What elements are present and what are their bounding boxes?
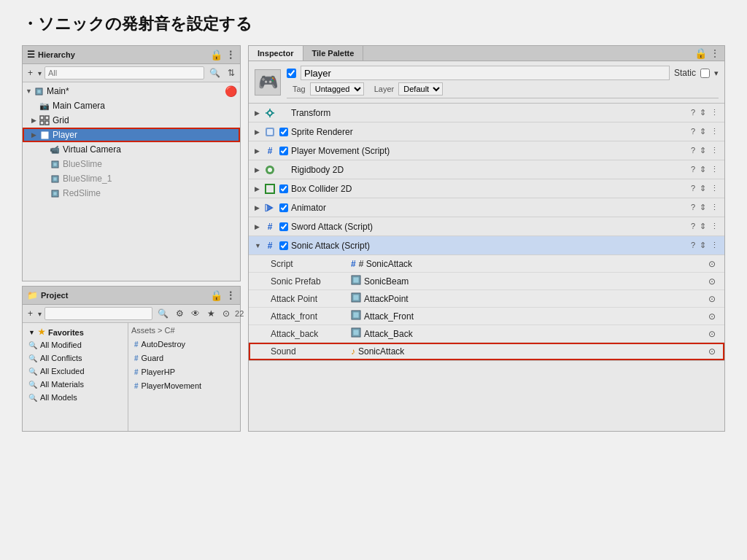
component-settings-player-movement[interactable]: ⇕ [700, 146, 706, 155]
component-arrow-transform: ▶ [255, 109, 263, 117]
component-help-sprite-renderer[interactable]: ? [691, 127, 695, 136]
component-settings-rigidbody2d[interactable]: ⇕ [700, 165, 706, 174]
tab-inspector[interactable]: Inspector [249, 46, 303, 61]
project-zoom-button[interactable]: ⊙ [220, 308, 232, 319]
project-sidebar-items: 🔍 All Modified🔍 All Conflicts🔍 All Exclu… [23, 338, 128, 404]
inspector-menu-icon[interactable]: ⋮ [710, 47, 720, 59]
component-help-player-movement[interactable]: ? [691, 146, 695, 155]
component-settings-sword-attack[interactable]: ⇕ [700, 222, 706, 231]
project-add-arrow[interactable]: ▾ [38, 310, 42, 318]
project-file-autodestroy[interactable]: # AutoDestroy [131, 338, 237, 351]
component-menu-player-movement[interactable]: ⋮ [711, 146, 719, 155]
hierarchy-add-button[interactable]: + [26, 67, 35, 79]
component-menu-box-collider[interactable]: ⋮ [711, 184, 719, 193]
tree-item-blueslime1[interactable]: BlueSlime_1 [23, 171, 240, 186]
player-name-input[interactable] [301, 66, 670, 80]
project-search-button[interactable]: 🔍 [155, 308, 171, 319]
component-checkbox-sword-attack[interactable] [279, 222, 288, 231]
sonic-circle-btn-attack-point[interactable]: ⊙ [708, 294, 716, 304]
component-checkbox-animator[interactable] [279, 203, 288, 212]
player-active-checkbox[interactable] [287, 69, 296, 78]
component-settings-sprite-renderer[interactable]: ⇕ [700, 127, 706, 136]
layer-select[interactable]: Default [398, 82, 443, 96]
tree-item-main[interactable]: ▼Main*🔴 [23, 84, 240, 98]
static-checkbox[interactable] [700, 69, 710, 78]
sonic-prefab-icon [351, 327, 361, 338]
tree-item-redslime[interactable]: RedSlime [23, 186, 240, 201]
project-file-playermovement[interactable]: # PlayerMovement [131, 379, 237, 392]
sonic-circle-btn-attack-back[interactable]: ⊙ [708, 329, 716, 339]
tree-item-blueslime[interactable]: BlueSlime [23, 157, 240, 171]
hierarchy-menu-icon[interactable]: ⋮ [225, 49, 236, 61]
project-sidebar-item-allmodels[interactable]: 🔍 All Models [23, 391, 128, 404]
component-row-sprite-renderer[interactable]: ▶ Sprite Renderer ? ⇕ ⋮ [249, 122, 724, 141]
component-help-box-collider[interactable]: ? [691, 184, 695, 193]
component-menu-animator[interactable]: ⋮ [711, 203, 719, 212]
tree-item-grid[interactable]: ▶Grid [23, 113, 240, 128]
project-eye-button[interactable]: 👁 [189, 308, 202, 319]
hierarchy-add-arrow[interactable]: ▾ [38, 69, 42, 77]
project-lock-icon[interactable]: 🔒 [210, 289, 222, 301]
project-star-button[interactable]: ★ [205, 308, 217, 319]
project-sidebar-item-allconflicts[interactable]: 🔍 All Conflicts [23, 351, 128, 365]
sonic-circle-btn-script[interactable]: ⊙ [708, 259, 716, 269]
project-sidebar-item-allmodified[interactable]: 🔍 All Modified [23, 338, 128, 351]
component-menu-sonic-attack[interactable]: ⋮ [711, 241, 719, 250]
hierarchy-lock-icon[interactable]: 🔒 [210, 49, 222, 61]
project-sidebar-item-allmaterials[interactable]: 🔍 All Materials [23, 378, 128, 391]
component-settings-sonic-attack[interactable]: ⇕ [700, 241, 706, 250]
player-name-row: Static ▾ [287, 66, 719, 80]
tree-item-player[interactable]: ▶Player [23, 128, 240, 142]
component-settings-animator[interactable]: ⇕ [700, 203, 706, 212]
component-settings-box-collider[interactable]: ⇕ [700, 184, 706, 193]
project-menu-icon[interactable]: ⋮ [225, 289, 236, 301]
component-checkbox-sonic-attack[interactable] [279, 241, 288, 250]
component-help-animator[interactable]: ? [691, 203, 695, 212]
tree-item-main-camera[interactable]: 📷Main Camera [23, 98, 240, 113]
component-row-transform[interactable]: ▶ Transform ? ⇕ ⋮ [249, 104, 724, 122]
component-help-transform[interactable]: ? [691, 108, 695, 117]
component-menu-sword-attack[interactable]: ⋮ [711, 222, 719, 231]
hierarchy-search-input[interactable] [44, 66, 204, 79]
tag-select[interactable]: Untagged [310, 82, 364, 96]
inspector-lock-icon[interactable]: 🔒 [694, 47, 707, 59]
component-row-sword-attack[interactable]: ▶ # Sword Attack (Script) ? ⇕ ⋮ [249, 217, 724, 236]
component-row-rigidbody2d[interactable]: ▶ Rigidbody 2D ? ⇕ ⋮ [249, 160, 724, 179]
component-settings-transform[interactable]: ⇕ [700, 108, 706, 117]
component-checkbox-box-collider[interactable] [279, 184, 288, 193]
file-hash-icon: # [134, 354, 139, 362]
tree-item-virtual-camera[interactable]: 📹Virtual Camera [23, 142, 240, 157]
component-row-sonic-attack[interactable]: ▼ # Sonic Attack (Script) ? ⇕ ⋮ [249, 236, 724, 255]
tab-tile-palette[interactable]: Tile Palette [303, 46, 364, 61]
project-search-input[interactable] [44, 307, 152, 320]
component-row-player-movement[interactable]: ▶ # Player Movement (Script) ? ⇕ ⋮ [249, 141, 724, 160]
component-checkbox-sprite-renderer[interactable] [279, 128, 288, 136]
component-menu-transform[interactable]: ⋮ [711, 108, 719, 117]
project-filter-button[interactable]: ⚙ [174, 308, 186, 319]
component-help-sword-attack[interactable]: ? [691, 222, 695, 231]
static-dropdown-arrow[interactable]: ▾ [714, 69, 719, 78]
component-menu-sprite-renderer[interactable]: ⋮ [711, 127, 719, 136]
component-row-animator[interactable]: ▶ Animator ? ⇕ ⋮ [249, 198, 724, 217]
tree-label-main: Main* [47, 86, 69, 96]
hierarchy-search-button[interactable]: 🔍 [207, 67, 222, 79]
player-header: 🎮 Static ▾ Tag Untagged Layer [249, 61, 724, 104]
tree-icon-virtual-camera: 📹 [49, 144, 61, 155]
project-sidebar-item-allexcluded[interactable]: 🔍 All Excluded [23, 365, 128, 378]
sonic-circle-btn-attack-front[interactable]: ⊙ [708, 311, 716, 322]
sonic-circle-btn-sonic-prefab[interactable]: ⊙ [708, 276, 716, 287]
hierarchy-sort-button[interactable]: ⇅ [225, 67, 237, 79]
sonic-value-sound: ♪ SonicAttack ⊙ [351, 346, 716, 357]
component-checkbox-player-movement[interactable] [279, 147, 288, 155]
component-menu-rigidbody2d[interactable]: ⋮ [711, 165, 719, 174]
sonic-value-sonic-prefab: SonicBeam ⊙ [351, 275, 716, 287]
project-file-guard[interactable]: # Guard [131, 351, 237, 365]
component-help-rigidbody2d[interactable]: ? [691, 165, 695, 174]
component-row-box-collider[interactable]: ▶ Box Collider 2D ? ⇕ ⋮ [249, 179, 724, 198]
sonic-field-script: Script # # SonicAttack ⊙ [249, 255, 724, 273]
project-add-button[interactable]: + [26, 308, 35, 319]
favorites-header[interactable]: ▼ ★ Favorites [23, 326, 128, 338]
sonic-circle-btn-sound[interactable]: ⊙ [708, 346, 716, 357]
component-help-sonic-attack[interactable]: ? [691, 241, 695, 250]
project-file-playerhp[interactable]: # PlayerHP [131, 365, 237, 378]
